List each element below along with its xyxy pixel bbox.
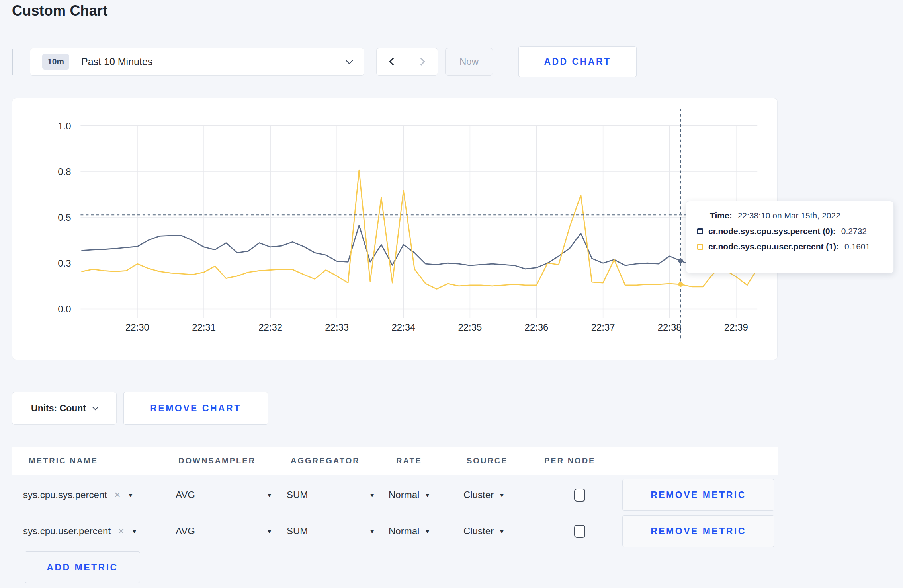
remove-metric-button[interactable]: REMOVE METRIC [622,515,774,547]
chevron-left-icon [389,58,397,66]
dropdown-caret-icon: ▼ [424,528,430,535]
metric-name-value: sys.cpu.sys.percent [23,489,107,500]
dropdown-caret-icon: ▼ [424,492,430,498]
remove-chart-button[interactable]: REMOVE CHART [123,392,268,425]
aggregator-select[interactable]: SUM ▼ [287,479,375,511]
chevron-down-icon [92,404,99,411]
time-pager [376,48,438,76]
table-row: sys.cpu.user.percent × ▼ AVG ▼ SUM ▼ Nor… [12,515,778,547]
chart-line-series [82,225,758,269]
column-header-per-node: PER NODE [544,456,595,465]
x-axis-tick-label: 22:33 [325,322,349,333]
per-node-cell [574,479,585,511]
column-header-downsampler: DOWNSAMPLER [178,456,256,465]
next-time-button[interactable] [407,48,438,75]
rate-value: Normal [389,526,419,537]
crosshair-data-dot [678,258,683,263]
downsampler-select[interactable]: AVG ▼ [176,515,272,547]
chart-tooltip: Time: 22:38:10 on Mar 15th, 2022 cr.node… [686,201,894,273]
clear-metric-icon[interactable]: × [118,526,124,537]
page-title: Custom Chart [12,2,108,19]
x-axis-tick-label: 22:32 [258,322,282,333]
time-range-select[interactable]: 10m Past 10 Minutes [30,48,364,76]
dropdown-caret-icon: ▼ [266,528,272,535]
x-axis-tick-label: 22:30 [125,322,149,333]
series-swatch-icon [697,244,703,250]
column-header-rate: RATE [396,456,422,465]
chevron-down-icon [346,57,353,64]
dropdown-caret-icon: ▼ [369,492,375,498]
x-axis-tick-label: 22:34 [391,322,415,333]
tooltip-time-row: Time: 22:38:10 on Mar 15th, 2022 [710,211,885,220]
source-value: Cluster [463,526,494,537]
dropdown-caret-icon: ▼ [266,492,272,498]
metric-name-value: sys.cpu.user.percent [23,526,111,537]
dropdown-caret-icon[interactable]: ▼ [131,528,137,535]
per-node-checkbox[interactable] [574,489,585,502]
table-row: sys.cpu.sys.percent × ▼ AVG ▼ SUM ▼ Norm… [12,479,778,511]
aggregator-select[interactable]: SUM ▼ [287,515,375,547]
tooltip-series-label: cr.node.sys.cpu.sys.percent (0): [708,226,836,236]
downsampler-select[interactable]: AVG ▼ [176,479,272,511]
y-axis-tick-label: 0.5 [58,212,71,223]
x-axis-tick-label: 22:35 [458,322,482,333]
time-range-label: Past 10 Minutes [81,56,347,68]
tooltip-series-value: 0.1601 [844,242,870,251]
y-axis-tick-label: 0.3 [58,258,71,269]
dropdown-caret-icon: ▼ [369,528,375,535]
x-axis-tick-label: 22:31 [192,322,216,333]
prev-time-button[interactable] [377,48,407,75]
x-axis-tick-label: 22:36 [525,322,549,333]
metric-name-select[interactable]: sys.cpu.sys.percent × ▼ [23,479,133,511]
y-axis-tick-label: 0.0 [58,304,71,314]
downsampler-value: AVG [176,489,195,500]
series-swatch-icon [697,228,703,234]
y-axis-tick-label: 0.8 [58,166,71,177]
toolbar-divider [12,49,13,75]
dropdown-caret-icon: ▼ [499,528,505,535]
tooltip-time-label: Time: [710,211,732,220]
x-axis-tick-label: 22:37 [591,322,615,333]
add-chart-button[interactable]: ADD CHART [518,46,637,77]
metrics-chart[interactable]: 1.00.80.50.30.022:3022:3122:3222:3322:34… [12,98,777,360]
x-axis-tick-label: 22:38 [658,322,682,333]
now-button[interactable]: Now [445,48,493,76]
tooltip-series-value: 0.2732 [841,226,867,236]
chart-card: 1.00.80.50.30.022:3022:3122:3222:3322:34… [12,98,778,360]
source-select[interactable]: Cluster ▼ [463,479,505,511]
metric-name-select[interactable]: sys.cpu.user.percent × ▼ [23,515,137,547]
rate-value: Normal [389,489,419,500]
chevron-right-icon [417,58,425,66]
rate-select[interactable]: Normal ▼ [389,479,430,511]
dropdown-caret-icon: ▼ [499,492,505,498]
column-header-source: SOURCE [467,456,508,465]
tooltip-time-value: 22:38:10 on Mar 15th, 2022 [738,211,840,220]
metrics-table-header: METRIC NAME DOWNSAMPLER AGGREGATOR RATE … [12,447,778,475]
remove-metric-button[interactable]: REMOVE METRIC [622,479,774,511]
aggregator-value: SUM [287,526,308,537]
aggregator-value: SUM [287,489,308,500]
tooltip-series-row: cr.node.sys.cpu.user.percent (1): 0.1601 [697,242,885,251]
add-metric-button[interactable]: ADD METRIC [25,551,140,583]
per-node-checkbox[interactable] [574,525,585,538]
time-range-badge: 10m [42,54,69,70]
chart-line-series [82,170,758,289]
rate-select[interactable]: Normal ▼ [389,515,430,547]
y-axis-tick-label: 1.0 [58,121,71,131]
units-label: Units: Count [31,403,86,414]
tooltip-series-row: cr.node.sys.cpu.sys.percent (0): 0.2732 [697,226,885,236]
column-header-aggregator: AGGREGATOR [291,456,360,465]
downsampler-value: AVG [176,526,195,537]
per-node-cell [574,515,585,547]
source-select[interactable]: Cluster ▼ [463,515,505,547]
x-axis-tick-label: 22:39 [724,322,748,333]
clear-metric-icon[interactable]: × [114,490,121,500]
crosshair-data-dot [678,282,683,287]
dropdown-caret-icon[interactable]: ▼ [128,492,134,498]
source-value: Cluster [463,489,494,500]
column-header-metric-name: METRIC NAME [29,456,98,465]
tooltip-series-label: cr.node.sys.cpu.user.percent (1): [708,242,839,251]
units-select[interactable]: Units: Count [12,392,117,425]
